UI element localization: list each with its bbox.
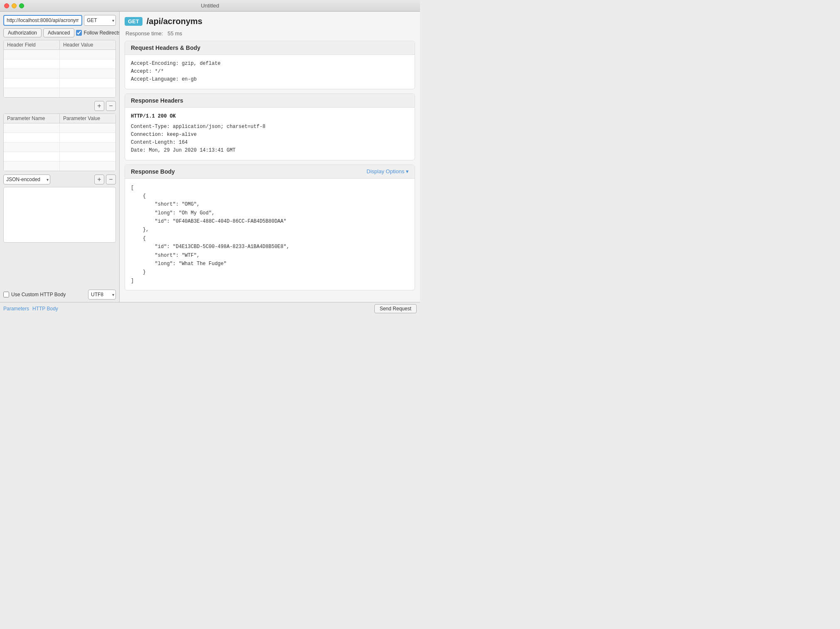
response-headers-title: Response Headers <box>131 97 183 104</box>
follow-redirects-label: Follow Redirects <box>84 30 120 36</box>
table-row <box>4 133 115 143</box>
params-table: Parameter Name Parameter Value <box>3 113 116 171</box>
response-body-card-header: Response Body Display Options ▾ <box>125 165 415 179</box>
response-headers-card: Response Headers HTTP/1.1 200 OK Content… <box>125 93 415 160</box>
request-headers-card-body: Accept-Encoding: gzip, deflate Accept: *… <box>125 55 415 89</box>
table-row <box>4 69 115 79</box>
headers-col2-label: Header Value <box>60 40 115 49</box>
headers-col1-label: Header Field <box>4 40 60 49</box>
tab-parameters[interactable]: Parameters <box>3 305 29 312</box>
window-controls <box>4 3 24 8</box>
display-options-button[interactable]: Display Options ▾ <box>366 168 409 174</box>
bottom-tab-bar: Parameters HTTP Body Send Request <box>0 302 420 314</box>
params-plus-minus-area: + − <box>94 174 116 184</box>
utf8-select-wrapper: UTF8 UTF16 ASCII ▾ <box>88 290 116 300</box>
table-row <box>4 88 115 97</box>
left-panel: GET POST PUT DELETE PATCH ▾ Authorizatio… <box>0 12 120 302</box>
param-value-cell[interactable] <box>60 133 115 142</box>
response-time-row: Response time: 55 ms <box>125 30 415 37</box>
table-row <box>4 50 115 59</box>
close-button[interactable] <box>4 3 9 8</box>
response-time-label: Response time: <box>125 30 163 37</box>
custom-body-checkbox[interactable] <box>3 292 9 297</box>
table-row <box>4 79 115 88</box>
http-status: HTTP/1.1 200 OK <box>131 113 409 120</box>
header-field-cell[interactable] <box>4 69 60 78</box>
headers-table-header: Header Field Header Value <box>4 40 115 50</box>
request-headers-card: Request Headers & Body Accept-Encoding: … <box>125 41 415 89</box>
header-value-cell[interactable] <box>60 79 115 88</box>
param-name-cell[interactable] <box>4 143 60 152</box>
response-body-content: [ { "short": "OMG", "long": "Oh My God",… <box>131 184 409 285</box>
param-value-cell[interactable] <box>60 143 115 152</box>
header-field-cell[interactable] <box>4 88 60 97</box>
body-textarea-area <box>3 187 116 286</box>
headers-add-button[interactable]: + <box>94 101 104 111</box>
method-badge: GET <box>125 17 142 26</box>
response-time-value: 55 ms <box>167 30 182 37</box>
param-value-cell[interactable] <box>60 152 115 161</box>
minimize-button[interactable] <box>12 3 17 8</box>
param-value-cell[interactable] <box>60 123 115 133</box>
custom-body-label: Use Custom HTTP Body <box>11 292 66 297</box>
tab-http-body[interactable]: HTTP Body <box>32 305 58 312</box>
table-row <box>4 152 115 162</box>
param-name-cell[interactable] <box>4 123 60 133</box>
maximize-button[interactable] <box>19 3 24 8</box>
endpoint-row: GET /api/acronyms <box>125 17 415 26</box>
table-row <box>4 59 115 69</box>
params-add-button[interactable]: + <box>94 174 104 184</box>
table-row <box>4 162 115 171</box>
response-body-card: Response Body Display Options ▾ [ { "sho… <box>125 165 415 291</box>
follow-redirects-area: Follow Redirects <box>76 30 120 36</box>
body-textarea[interactable] <box>3 187 116 243</box>
response-body-card-body: [ { "short": "OMG", "long": "Oh My God",… <box>125 179 415 290</box>
header-field-cell[interactable] <box>4 59 60 69</box>
custom-body-left: Use Custom HTTP Body <box>3 292 66 297</box>
param-value-cell[interactable] <box>60 162 115 171</box>
request-header-line-2: Accept: */* <box>131 68 409 76</box>
header-value-cell[interactable] <box>60 88 115 97</box>
utf8-select[interactable]: UTF8 UTF16 ASCII <box>88 290 116 300</box>
header-value-cell[interactable] <box>60 50 115 59</box>
encoding-select[interactable]: JSON-encoded URL-encoded Multipart <box>3 174 50 184</box>
param-name-cell[interactable] <box>4 152 60 161</box>
headers-remove-button[interactable]: − <box>106 101 116 111</box>
authorization-button[interactable]: Authorization <box>3 28 42 37</box>
headers-plus-minus-row: + − <box>0 100 119 113</box>
param-name-cell[interactable] <box>4 162 60 171</box>
window-title: Untitled <box>201 2 219 9</box>
table-row <box>4 123 115 133</box>
headers-table: Header Field Header Value <box>3 40 116 98</box>
response-headers-card-header: Response Headers <box>125 94 415 108</box>
params-col2-label: Parameter Value <box>60 114 115 123</box>
request-headers-title: Request Headers & Body <box>131 44 200 51</box>
response-header-line-3: Content-Length: 164 <box>131 139 409 147</box>
header-field-cell[interactable] <box>4 79 60 88</box>
url-input[interactable] <box>3 15 82 26</box>
table-row <box>4 143 115 152</box>
param-name-cell[interactable] <box>4 133 60 142</box>
method-select[interactable]: GET POST PUT DELETE PATCH <box>84 15 116 26</box>
header-field-cell[interactable] <box>4 50 60 59</box>
response-header-line-4: Date: Mon, 29 Jun 2020 14:13:41 GMT <box>131 147 409 155</box>
request-header-line-1: Accept-Encoding: gzip, deflate <box>131 60 409 68</box>
custom-body-row: Use Custom HTTP Body UTF8 UTF16 ASCII ▾ <box>0 288 119 302</box>
method-select-wrapper: GET POST PUT DELETE PATCH ▾ <box>84 15 116 26</box>
json-select-wrapper: JSON-encoded URL-encoded Multipart ▾ <box>3 174 50 184</box>
send-request-button[interactable]: Send Request <box>374 304 417 313</box>
follow-redirects-checkbox[interactable] <box>76 30 82 36</box>
header-value-cell[interactable] <box>60 69 115 78</box>
header-value-cell[interactable] <box>60 59 115 69</box>
request-header-line-3: Accept-Language: en-gb <box>131 76 409 84</box>
response-headers-card-body: HTTP/1.1 200 OK Content-Type: applicatio… <box>125 108 415 160</box>
params-remove-button[interactable]: − <box>106 174 116 184</box>
main-layout: GET POST PUT DELETE PATCH ▾ Authorizatio… <box>0 12 420 302</box>
response-body-title: Response Body <box>131 168 175 175</box>
advanced-button[interactable]: Advanced <box>43 28 74 37</box>
params-col1-label: Parameter Name <box>4 114 60 123</box>
response-header-line-1: Content-Type: application/json; charset=… <box>131 123 409 131</box>
request-headers-card-header: Request Headers & Body <box>125 41 415 55</box>
params-table-header: Parameter Name Parameter Value <box>4 114 115 123</box>
right-panel: GET /api/acronyms Response time: 55 ms R… <box>120 12 420 302</box>
